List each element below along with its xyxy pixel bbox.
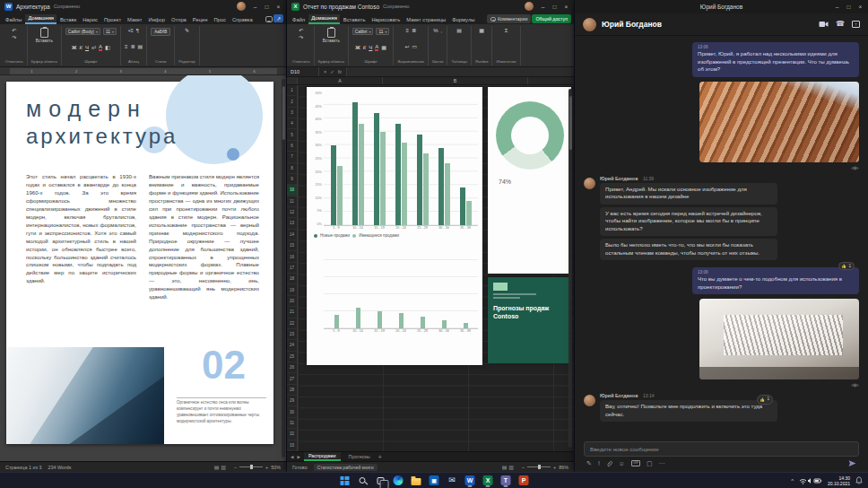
- row-header[interactable]: 12: [287, 207, 297, 218]
- wrap-text-icon[interactable]: ↩: [404, 44, 409, 49]
- excel-scrollbar[interactable]: [569, 89, 572, 448]
- word-titlebar[interactable]: W Архитектура Сохранено – □ ×: [0, 0, 286, 13]
- row-header[interactable]: 3: [287, 108, 297, 118]
- word-zoom-slider[interactable]: [239, 466, 263, 467]
- excel-account-avatar[interactable]: [525, 2, 534, 11]
- sticker-icon[interactable]: ▢: [647, 460, 653, 467]
- undo-icon[interactable]: ↶: [12, 28, 16, 33]
- bar-chart[interactable]: 50%45%40%35%30%25%20%15%10%5%0% 5 - 910 …: [307, 87, 482, 365]
- italic-button[interactable]: К: [363, 45, 367, 50]
- excel-minimize-button[interactable]: –: [537, 1, 549, 13]
- message-sent[interactable]: 1 13:06 Что вы думаете о чем-то подобном…: [692, 267, 859, 294]
- row-header[interactable]: 23: [287, 329, 297, 340]
- word-tab-insert[interactable]: Вставк: [57, 16, 79, 24]
- teams-close-button[interactable]: ×: [855, 1, 866, 13]
- more-options-icon[interactable]: ⋯: [659, 460, 665, 467]
- message-received[interactable]: Привет, Андрей. Мы искали основное изобр…: [600, 183, 777, 205]
- format-as-table-icon[interactable]: ▤: [456, 28, 462, 33]
- excel-close-button[interactable]: ×: [560, 1, 572, 13]
- row-header[interactable]: 4: [287, 118, 297, 129]
- word-tab-mailings[interactable]: Отпра: [169, 16, 189, 24]
- message-sent[interactable]: 13:06 Привет, Юрий, я работал над нескол…: [692, 42, 859, 77]
- insert-function-icon[interactable]: fx: [338, 69, 342, 74]
- contact-avatar[interactable]: [584, 395, 595, 406]
- redo-icon[interactable]: ↷: [12, 35, 16, 40]
- excel-save-status[interactable]: Сохранено: [383, 4, 410, 9]
- underline-button[interactable]: Ч: [85, 45, 89, 50]
- row-header[interactable]: 18: [287, 274, 297, 284]
- confirm-entry-icon[interactable]: ✓: [330, 69, 334, 74]
- sheet-tab-forecasts[interactable]: Прогнозы: [344, 453, 375, 460]
- row-header[interactable]: 11: [287, 196, 297, 207]
- word-ruler[interactable]: 123456: [0, 67, 286, 75]
- screen-share-icon[interactable]: ↑: [852, 21, 860, 28]
- word-tab-references[interactable]: Инфор: [145, 16, 168, 24]
- word-minimize-button[interactable]: –: [249, 1, 261, 13]
- word-view-switcher-icons[interactable]: ▤▥: [214, 464, 228, 470]
- workbook-statistics-button[interactable]: Статистика рабочей книги: [314, 464, 378, 471]
- excel-font-size-select[interactable]: 11▾: [376, 28, 389, 35]
- bold-button[interactable]: Ж: [72, 45, 76, 50]
- tray-status-icons[interactable]: [799, 476, 822, 484]
- word-share-button[interactable]: ↗: [273, 14, 283, 22]
- taskbar-search-button[interactable]: [357, 475, 369, 487]
- row-header[interactable]: 13: [287, 218, 297, 229]
- borders-button[interactable]: ▦: [381, 45, 386, 50]
- excel-tab-draw[interactable]: Нарисовать: [369, 16, 403, 24]
- editor-icon[interactable]: ✎: [185, 28, 189, 33]
- zoom-out-icon[interactable]: –: [522, 465, 525, 470]
- style-gallery-chip[interactable]: АаБбВ: [151, 28, 170, 36]
- zoom-in-icon[interactable]: +: [265, 465, 268, 470]
- row-header[interactable]: 28: [287, 385, 297, 396]
- teams-titlebar[interactable]: Юрий Богданов – □ ×: [575, 0, 868, 13]
- contact-avatar[interactable]: [584, 178, 595, 189]
- row-header[interactable]: 31: [287, 418, 297, 429]
- row-header[interactable]: 6: [287, 141, 297, 152]
- taskbar-powerpoint[interactable]: P: [518, 475, 530, 487]
- row-header[interactable]: 27: [287, 373, 297, 384]
- word-account-avatar[interactable]: [237, 2, 246, 11]
- excel-cells-grid[interactable]: 50%45%40%35%30%25%20%15%10%5%0% 5 - 910 …: [298, 85, 574, 451]
- row-header[interactable]: 14: [287, 230, 297, 240]
- word-tab-draw[interactable]: Нарис: [80, 16, 100, 24]
- excel-tab-formulas[interactable]: Формулы: [449, 16, 477, 24]
- word-word-count[interactable]: 234 Words: [48, 465, 71, 470]
- taskbar-mail[interactable]: ✉: [447, 475, 458, 487]
- reaction-badge[interactable]: 1: [757, 395, 773, 404]
- excel-zoom-slider[interactable]: [527, 466, 551, 467]
- percent-style-button[interactable]: %: [433, 28, 438, 33]
- word-tab-review[interactable]: Рецен: [190, 16, 211, 24]
- shading-button[interactable]: ▤: [137, 44, 143, 49]
- excel-zoom-control[interactable]: – + 86%: [522, 465, 569, 470]
- row-header[interactable]: 8: [287, 163, 297, 174]
- row-header[interactable]: 30: [287, 406, 297, 417]
- redo-icon[interactable]: ↷: [299, 35, 303, 40]
- word-save-status[interactable]: Сохранено: [54, 4, 81, 9]
- forecast-panel[interactable]: Прогнозы продаж Contoso: [488, 277, 571, 363]
- word-comments-icon[interactable]: [265, 16, 273, 22]
- message-image-building[interactable]: [699, 82, 859, 162]
- taskbar-file-explorer[interactable]: [411, 475, 422, 487]
- excel-tab-page-layout[interactable]: Макет страницы: [404, 16, 448, 24]
- row-header[interactable]: 22: [287, 318, 297, 329]
- taskbar-word[interactable]: W: [464, 475, 476, 487]
- audio-call-icon[interactable]: ☎: [836, 21, 845, 28]
- column-header-b[interactable]: B: [383, 77, 528, 84]
- excel-font-name-select[interactable]: Calibri▾: [352, 28, 374, 35]
- row-header[interactable]: 21: [287, 307, 297, 318]
- word-tab-view[interactable]: Прос: [211, 16, 229, 24]
- taskbar-teams[interactable]: T: [500, 475, 512, 487]
- word-page-indicator[interactable]: Страница 1 из 3: [5, 465, 41, 470]
- excel-maximize-button[interactable]: □: [549, 1, 560, 13]
- column-header-a[interactable]: A: [298, 77, 383, 84]
- row-header[interactable]: 2: [287, 96, 297, 107]
- taskbar-clock[interactable]: 14:30 20.10.2021: [828, 475, 850, 486]
- taskbar-edge[interactable]: [393, 475, 404, 487]
- formula-input[interactable]: [347, 67, 574, 76]
- row-header[interactable]: 5: [287, 129, 297, 140]
- notification-bell-icon[interactable]: [855, 476, 863, 484]
- zoom-in-icon[interactable]: +: [553, 465, 556, 470]
- taskbar-excel[interactable]: X: [482, 475, 494, 487]
- select-all-corner[interactable]: [287, 77, 298, 84]
- cancel-entry-icon[interactable]: ×: [324, 69, 326, 74]
